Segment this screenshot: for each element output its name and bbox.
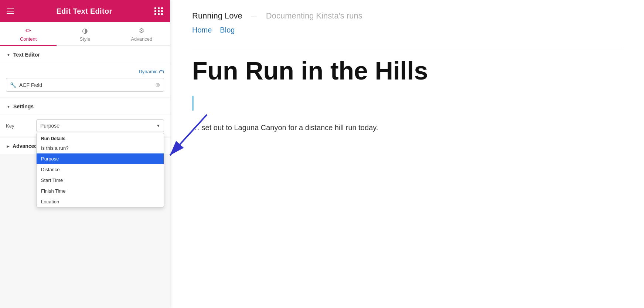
dynamic-label: Dynamic — [139, 69, 157, 74]
nav-blog[interactable]: Blog — [220, 26, 235, 34]
dropdown-group-label: Run Details — [37, 133, 164, 143]
acf-field-input[interactable] — [19, 82, 152, 88]
dynamic-database-icon: 🗃 — [159, 68, 164, 74]
dropdown-item-location[interactable]: Location — [37, 196, 164, 207]
post-excerpt-partial: … — [192, 123, 200, 132]
tab-advanced-label: Advanced — [131, 36, 152, 42]
key-select-wrapper: Is this a run? Purpose Distance Start Ti… — [36, 119, 164, 132]
text-editor-section-header[interactable]: ▼ Text Editor — [0, 46, 170, 63]
key-label: Key — [6, 123, 32, 129]
text-editor-section-title: Text Editor — [13, 52, 40, 58]
post-excerpt-bar — [192, 96, 622, 111]
search-wrench-icon: 🔧 — [10, 82, 16, 88]
settings-section: ▼ Settings Key Is this a run? Purpose Di… — [0, 98, 170, 136]
acf-field-input-wrapper: 🔧 ⊗ — [6, 78, 164, 92]
settings-chevron-icon: ▼ — [7, 105, 10, 109]
tab-content[interactable]: ✏ Content — [0, 22, 57, 45]
pencil-icon: ✏ — [25, 27, 31, 34]
nav-home[interactable]: Home — [192, 26, 212, 34]
post-excerpt-text: set out to Laguna Canyon for a distance … — [202, 123, 378, 132]
settings-section-header[interactable]: ▼ Settings — [0, 98, 170, 115]
gear-icon: ⚙ — [139, 27, 144, 34]
tab-style-label: Style — [80, 36, 91, 42]
dynamic-row: Dynamic 🗃 — [6, 68, 164, 74]
site-title: Running Love — [192, 11, 242, 21]
sidebar: Edit Text Editor ✏ Content ◑ Style ⚙ Adv… — [0, 0, 170, 308]
sidebar-title: Edit Text Editor — [56, 7, 112, 16]
site-nav: Home Blog — [192, 26, 622, 34]
dropdown-item-finish-time[interactable]: Finish Time — [37, 186, 164, 196]
key-dropdown-menu: Run Details Is this a run? Purpose Dista… — [36, 133, 164, 207]
divider — [192, 48, 622, 48]
dropdown-item-is-run[interactable]: Is this a run? — [37, 143, 164, 153]
site-separator: — — [251, 13, 257, 19]
tab-advanced[interactable]: ⚙ Advanced — [113, 22, 170, 45]
site-header: Running Love — Documenting Kinsta's runs — [192, 11, 622, 21]
site-subtitle: Documenting Kinsta's runs — [266, 11, 362, 21]
post-title: Fun Run in the Hills — [192, 57, 622, 85]
post-excerpt: … set out to Laguna Canyon for a distanc… — [192, 122, 622, 133]
sidebar-tabs: ✏ Content ◑ Style ⚙ Advanced — [0, 22, 170, 46]
chevron-down-icon: ▼ — [7, 53, 10, 57]
main-content: Running Love — Documenting Kinsta's runs… — [170, 0, 644, 308]
dropdown-item-distance[interactable]: Distance — [37, 164, 164, 175]
dropdown-item-purpose[interactable]: Purpose — [37, 153, 164, 164]
dynamic-link[interactable]: Dynamic 🗃 — [139, 68, 164, 74]
sidebar-body: ▼ Text Editor Dynamic 🗃 🔧 ⊗ ▼ S — [0, 46, 170, 308]
advanced-chevron-icon: ▶ — [7, 144, 10, 148]
sidebar-header: Edit Text Editor — [0, 0, 170, 22]
advanced-section-title: Advanced — [13, 143, 37, 149]
tab-style[interactable]: ◑ Style — [57, 22, 113, 45]
style-icon: ◑ — [82, 27, 88, 34]
settings-section-title: Settings — [13, 104, 34, 109]
dropdown-item-start-time[interactable]: Start Time — [37, 175, 164, 186]
website-preview: Running Love — Documenting Kinsta's runs… — [170, 0, 644, 148]
text-editor-content: Dynamic 🗃 🔧 ⊗ — [0, 63, 170, 97]
key-field-row: Key Is this a run? Purpose Distance Star… — [0, 115, 170, 136]
key-select[interactable]: Is this a run? Purpose Distance Start Ti… — [36, 119, 164, 132]
hamburger-menu-icon[interactable] — [7, 9, 14, 14]
clear-input-icon[interactable]: ⊗ — [155, 81, 160, 88]
grid-apps-icon[interactable] — [154, 7, 163, 15]
tab-content-label: Content — [20, 36, 37, 42]
